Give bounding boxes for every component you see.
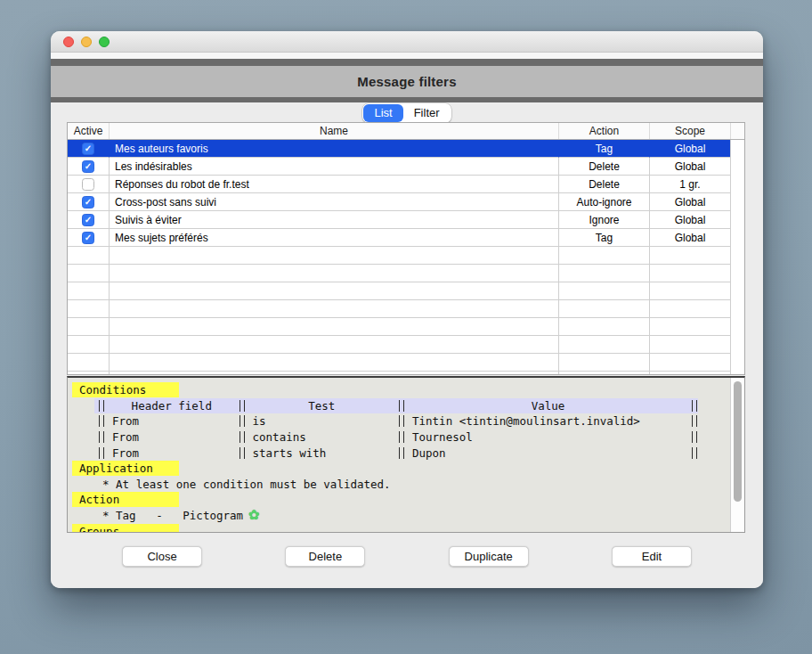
column-header-active[interactable]: Active [68, 123, 110, 139]
close-button[interactable]: Close [122, 546, 202, 567]
tab-list[interactable]: List [363, 104, 402, 122]
action-cell: Ignore [559, 211, 650, 229]
empty-active-cell [68, 318, 110, 336]
active-checkbox[interactable]: ✓ [82, 232, 94, 244]
close-window-icon[interactable] [63, 37, 74, 47]
column-header-scope[interactable]: Scope [650, 123, 731, 139]
condition-value: Dupon [405, 446, 691, 460]
empty-scope-cell [650, 265, 731, 282]
details-scrollbar-thumb[interactable] [734, 381, 742, 502]
active-checkbox[interactable] [82, 178, 94, 191]
filters-table-body: ✓Mes auteurs favorisTagGlobal✓Les indési… [68, 140, 744, 375]
action-note: * Tag - Pictogram✿ [68, 508, 730, 524]
table-row-empty [68, 354, 744, 372]
name-cell: Mes auteurs favoris [110, 140, 559, 158]
column-header-name[interactable]: Name [110, 123, 559, 139]
details-line: Groups [68, 523, 730, 532]
message-filters-window: Message filters List Filter Active Name … [51, 31, 763, 588]
header-band: Message filters [51, 66, 763, 97]
empty-name-cell [110, 318, 559, 336]
table-row[interactable]: ✓Cross-post sans suiviAuto-ignoreGlobal [68, 193, 744, 211]
scope-cell: 1 gr. [650, 176, 731, 193]
condition-test: contains [246, 430, 398, 444]
double-bar-separator [99, 431, 104, 443]
table-row-empty [68, 300, 744, 318]
scope-cell: Global [650, 211, 731, 229]
condition-field: From [105, 414, 239, 428]
details-line: Conditions [68, 382, 730, 398]
empty-action-cell [559, 372, 650, 375]
table-row[interactable]: Réponses du robot de fr.testDelete1 gr. [68, 176, 744, 193]
gutter-cell [731, 158, 744, 176]
double-bar-separator [399, 431, 404, 443]
double-bar-separator [692, 431, 697, 443]
details-line: Application [68, 461, 730, 477]
gutter-cell [731, 372, 744, 375]
double-bar-separator [399, 400, 404, 412]
double-bar-separator [99, 447, 104, 459]
active-cell: ✓ [68, 193, 110, 211]
empty-scope-cell [650, 318, 731, 336]
scope-cell: Global [650, 158, 731, 176]
table-row[interactable]: ✓Les indésirablesDeleteGlobal [68, 158, 744, 176]
double-bar-separator [99, 400, 104, 412]
application-note: * At least one condition must be validat… [68, 477, 730, 493]
action-section-label: Action [72, 492, 179, 507]
empty-active-cell [68, 336, 110, 354]
empty-action-cell [559, 265, 650, 282]
empty-action-cell [559, 247, 650, 265]
active-cell: ✓ [68, 158, 110, 176]
condition-row: Fromstarts withDupon [94, 445, 698, 461]
window-body: List Filter Active Name Action Scope ✓Me… [51, 102, 763, 588]
name-cell: Suivis à éviter [110, 211, 559, 229]
active-checkbox[interactable]: ✓ [82, 214, 94, 226]
conditions-header-row: Header fieldTestValue [94, 398, 698, 414]
gutter-cell [731, 193, 744, 211]
gutter-cell [731, 247, 744, 265]
gutter-cell [731, 300, 744, 318]
checkmark-icon: ✓ [85, 144, 92, 153]
empty-name-cell [110, 265, 559, 282]
details-scrollbar[interactable] [730, 378, 744, 532]
column-header-gutter [731, 123, 744, 139]
double-bar-separator [399, 415, 404, 427]
active-checkbox[interactable]: ✓ [82, 143, 94, 155]
double-bar-separator [240, 431, 245, 443]
conditions-section-label: Conditions [72, 382, 179, 397]
active-checkbox[interactable]: ✓ [82, 196, 94, 208]
empty-action-cell [559, 300, 650, 318]
zoom-window-icon[interactable] [99, 37, 110, 47]
table-row-empty [68, 265, 744, 282]
delete-button[interactable]: Delete [285, 546, 365, 567]
double-bar-separator [240, 447, 245, 459]
name-cell: Réponses du robot de fr.test [110, 176, 559, 193]
gutter-cell [731, 354, 744, 372]
active-checkbox[interactable]: ✓ [82, 160, 94, 173]
groups-section-label: Groups [72, 524, 179, 532]
column-header-action[interactable]: Action [559, 123, 650, 139]
gutter-cell [731, 336, 744, 354]
scope-cell: Global [650, 140, 731, 158]
empty-scope-cell [650, 282, 731, 300]
tab-filter[interactable]: Filter [403, 104, 451, 122]
edit-button[interactable]: Edit [612, 546, 692, 567]
table-row[interactable]: ✓Suivis à éviterIgnoreGlobal [68, 211, 744, 229]
minimize-window-icon[interactable] [81, 37, 92, 47]
duplicate-button[interactable]: Duplicate [449, 546, 529, 567]
table-row-empty [68, 336, 744, 354]
table-row[interactable]: ✓Mes auteurs favorisTagGlobal [68, 140, 744, 158]
titlebar-strip [51, 53, 763, 59]
filter-details-content: ConditionsHeader fieldTestValueFromisTin… [68, 378, 730, 532]
empty-action-cell [559, 354, 650, 372]
double-bar-separator [692, 447, 697, 459]
empty-active-cell [68, 300, 110, 318]
active-cell: ✓ [68, 211, 110, 229]
filters-table-header: Active Name Action Scope [68, 123, 744, 140]
window-titlebar[interactable] [51, 31, 763, 53]
checkmark-icon: ✓ [85, 216, 92, 225]
empty-active-cell [68, 372, 110, 375]
empty-active-cell [68, 354, 110, 372]
empty-name-cell [110, 372, 559, 375]
gutter-cell [731, 318, 744, 336]
table-row[interactable]: ✓Mes sujets préférésTagGlobal [68, 229, 744, 247]
